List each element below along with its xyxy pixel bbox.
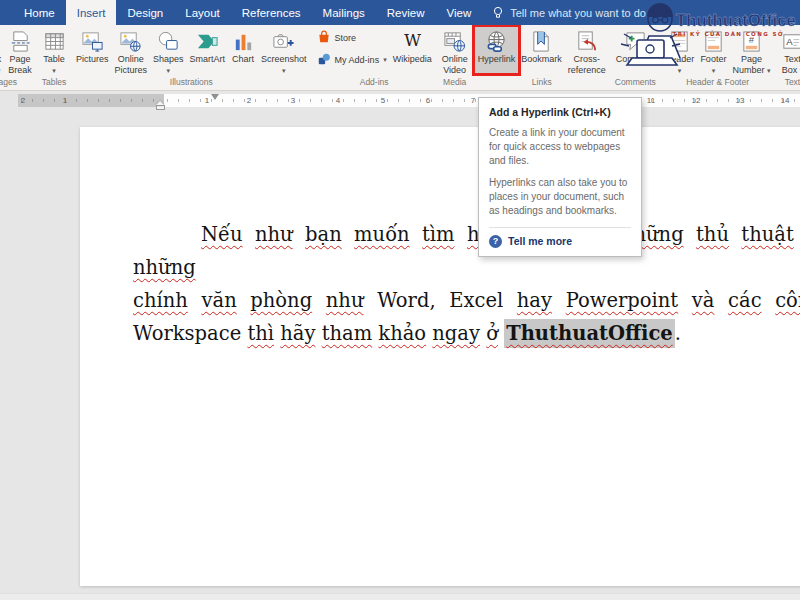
first-line-indent-marker[interactable]	[211, 94, 219, 100]
word: chính	[133, 289, 188, 312]
ribbon-group-header-footer: Header▾Footer▾#PageNumber ▾Header & Foot…	[661, 25, 775, 90]
ribbon-group-add-ins: StoreMy Add-ins▾WWikipediaAdd-ins	[313, 25, 436, 90]
tab-home[interactable]: Home	[13, 0, 66, 25]
ruler-number: 13	[736, 94, 745, 107]
tell-me-box[interactable]: Tell me what you want to do...	[492, 0, 655, 25]
button-footer[interactable]: Footer▾	[697, 26, 729, 75]
chevron-down-icon: ▾	[678, 67, 682, 75]
ribbon-group-text: ATextBox ▾Text	[776, 25, 800, 90]
button-online-video[interactable]: OnlineVideo	[439, 26, 471, 75]
my-add-ins-icon	[317, 52, 331, 68]
button-my-add-ins[interactable]: My Add-ins▾	[317, 52, 387, 68]
group-label-media: Media	[439, 75, 471, 90]
tab-layout[interactable]: Layout	[174, 0, 231, 25]
button-chart[interactable]: Chart	[228, 26, 258, 75]
tell-me-more-label: Tell me more	[508, 235, 572, 247]
group-label-comments: Comments	[613, 75, 658, 90]
button-hyperlink[interactable]: Hyperlink	[475, 26, 519, 75]
ruler-margin-section	[18, 94, 164, 107]
button-text-box[interactable]: ATextBox ▾	[777, 26, 800, 75]
ribbon-group-tables: Table▾Tables	[38, 25, 70, 90]
tooltip-paragraph-1: Create a link in your document for quick…	[489, 126, 631, 167]
ribbon-inner: BlankPagePageBreakPagesTable▾TablesPictu…	[0, 25, 800, 90]
button-header[interactable]: Header▾	[662, 26, 698, 75]
button-bookmark[interactable]: Bookmark	[518, 26, 565, 75]
word: Nếu	[201, 223, 243, 246]
word-window: HomeInsertDesignLayoutReferencesMailings…	[0, 0, 800, 600]
ruler-number: 1	[63, 94, 67, 107]
group-label-illustrations: Illustrations	[73, 75, 310, 90]
svg-text:A: A	[786, 35, 793, 46]
ruler-number: 4	[336, 94, 340, 107]
button-shapes[interactable]: Shapes▾	[150, 26, 187, 75]
help-icon: ?	[489, 235, 502, 248]
ruler-number: 2	[21, 94, 25, 107]
document-line[interactable]: chính văn phòng như Word, Excel hay Powe…	[133, 284, 800, 317]
tab-mailings[interactable]: Mailings	[312, 0, 376, 25]
group-label-text: Text	[777, 75, 800, 90]
chevron-down-icon: ▾	[767, 67, 771, 75]
document-workspace: 211234567891011121314 Nếu như bạn muốn t…	[0, 92, 800, 600]
ruler-number: 11	[647, 94, 655, 107]
horizontal-scrollbar-track[interactable]	[0, 593, 800, 600]
tab-insert[interactable]: Insert	[66, 0, 117, 25]
tab-view[interactable]: View	[436, 0, 483, 25]
button-page-break[interactable]: PageBreak	[5, 26, 35, 75]
word: văn	[201, 289, 236, 312]
button-online-pictures[interactable]: OnlinePictures	[112, 26, 151, 75]
button-store[interactable]: Store	[317, 30, 387, 46]
word: muốn	[354, 223, 410, 246]
svg-text:#: #	[749, 34, 755, 45]
ribbon-group-media: OnlineVideoMedia	[438, 25, 472, 90]
chevron-down-icon: ▾	[712, 67, 716, 75]
group-label-add-ins: Add-ins	[314, 75, 435, 90]
smartart-icon	[195, 28, 219, 54]
lightbulb-icon	[492, 6, 504, 20]
word: .	[675, 322, 681, 345]
button-comment[interactable]: Comment	[613, 26, 658, 75]
button-table[interactable]: Table▾	[39, 26, 69, 75]
document-text[interactable]: Nếu như bạn muốn tìm hiểu thêm về những …	[133, 218, 800, 350]
tab-review[interactable]: Review	[376, 0, 436, 25]
tell-me-more-link[interactable]: ? Tell me more	[489, 235, 631, 248]
ribbon: BlankPagePageBreakPagesTable▾TablesPictu…	[0, 25, 800, 91]
header-icon	[668, 28, 692, 54]
button-smartart[interactable]: SmartArt	[187, 26, 229, 75]
document-line[interactable]: Nếu như bạn muốn tìm hiểu thêm về những …	[133, 218, 800, 284]
word: như	[326, 289, 364, 312]
hyperlink-tooltip: Add a Hyperlink (Ctrl+K) Create a link i…	[478, 97, 642, 257]
word: Powerpoint	[566, 289, 678, 312]
button-wikipedia[interactable]: WWikipedia	[390, 26, 435, 75]
horizontal-ruler: 211234567891011121314	[0, 94, 800, 107]
document-page[interactable]: Nếu như bạn muốn tìm hiểu thêm về những …	[80, 127, 800, 586]
tab-references[interactable]: References	[231, 0, 312, 25]
blank-page-icon	[0, 28, 2, 54]
word: hãy	[280, 322, 315, 345]
group-label-tables: Tables	[39, 75, 69, 90]
ruler-number: 3	[291, 94, 295, 107]
button-page-number[interactable]: #PageNumber ▾	[729, 26, 773, 75]
word: và	[692, 289, 715, 312]
document-line[interactable]: Workspace thì hãy tham khảo ngay ở Thuth…	[133, 317, 800, 350]
tooltip-title: Add a Hyperlink (Ctrl+K)	[489, 106, 631, 118]
svg-text:W: W	[404, 31, 421, 50]
word: Word,	[377, 289, 435, 312]
group-label-links: Links	[475, 75, 609, 90]
word: thủ	[696, 223, 729, 246]
left-indent-marker[interactable]	[156, 101, 165, 110]
page-break-icon	[8, 28, 32, 54]
word: bạn	[305, 223, 342, 246]
wikipedia-icon: W	[400, 28, 424, 54]
comment-icon	[623, 28, 647, 54]
tooltip-paragraph-2: Hyperlinks can also take you to places i…	[489, 176, 631, 217]
word: phòng	[250, 289, 312, 312]
tab-design[interactable]: Design	[116, 0, 174, 25]
button-screenshot[interactable]: Screenshot▾	[258, 26, 310, 75]
ribbon-group-illustrations: PicturesOnlinePicturesShapes▾SmartArtCha…	[72, 25, 311, 90]
button-pictures[interactable]: Pictures	[73, 26, 112, 75]
pictures-icon	[80, 28, 104, 54]
chevron-down-icon: ▾	[282, 67, 286, 75]
group-label-header-footer: Header & Footer	[662, 75, 774, 90]
shapes-icon	[156, 28, 180, 54]
button-cross-reference[interactable]: Cross-reference	[565, 26, 609, 75]
